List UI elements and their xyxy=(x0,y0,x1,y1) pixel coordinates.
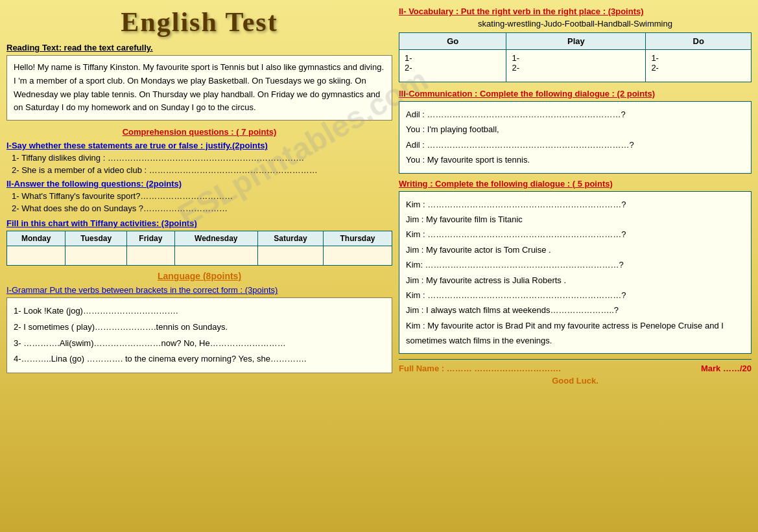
grammar-line-2: 2- I sometimes ( play)………………….tennis on … xyxy=(14,319,385,336)
vocab-header-do: Do xyxy=(646,33,752,50)
reading-box: Hello! My name is Tiffany Kinston. My fa… xyxy=(6,55,392,121)
grammar-box: 1- Look !Kate (jog)……………………………. 2- I som… xyxy=(6,297,392,373)
footer-row: Full Name : ……… …………………………. Mark ……/20 xyxy=(399,364,752,373)
comm-box: Adil : ……………………………………………………………? You : I'… xyxy=(399,101,752,174)
writing-line-4: Jim : My favourite actor is Tom Cruise . xyxy=(406,242,744,257)
vocab-header-play: Play xyxy=(506,33,646,50)
title-area: English Test xyxy=(6,6,392,38)
writing-line-2: Jim : My favourite film is Titanic xyxy=(406,212,744,227)
comm-line-3: Adil : ………………………………………………………………? xyxy=(406,137,744,152)
reading-text: Hello! My name is Tiffany Kinston. My fa… xyxy=(14,62,384,112)
writing-line-3: Kim : ……………………………………………………………? xyxy=(406,227,744,242)
reading-instruction: Reading Text: read the text carefully. xyxy=(6,43,392,52)
footer-name: Full Name : ……… …………………………. xyxy=(399,364,561,373)
chart-header-wednesday: Wednesday xyxy=(174,231,257,246)
chart-header-thursday: Thursday xyxy=(324,231,392,246)
vocab-cell-go-1: 1- 2- xyxy=(399,50,506,82)
chart-header-friday: Friday xyxy=(127,231,175,246)
chart-title: Fill in this chart with Tiffany activiti… xyxy=(6,218,392,228)
tf-title: I-Say whether these statements are true … xyxy=(6,141,392,150)
comm-line-2: You : I'm playing football, xyxy=(406,122,744,137)
chart-cell xyxy=(257,246,323,266)
vocab-cell-do-1: 1- 2- xyxy=(646,50,752,82)
tf-q1: 1- Tiffany dislikes diving : ……………………………… xyxy=(12,153,392,163)
chart-cell xyxy=(324,246,392,266)
vocab-header-go: Go xyxy=(399,33,506,50)
chart-header-monday: Monday xyxy=(7,231,65,246)
grammar-title: I-Grammar Put the verbs between brackets… xyxy=(6,285,392,295)
chart-cell xyxy=(65,246,127,266)
comm-title: III-Communication : Complete the followi… xyxy=(399,89,752,98)
right-column: II- Vocabulary : Put the right verb in t… xyxy=(399,6,752,526)
writing-line-9: Kim : My favourite actor is Brad Pit and… xyxy=(406,318,744,349)
vocab-words: skating-wrestling-Judo-Football-Handball… xyxy=(399,19,752,29)
writing-line-1: Kim : ……………………………………………………………? xyxy=(406,197,744,212)
good-luck: Good Luck. xyxy=(399,376,752,386)
chart-header-tuesday: Tuesday xyxy=(65,231,127,246)
chart-cell xyxy=(174,246,257,266)
chart-cell xyxy=(7,246,65,266)
writing-box: Kim : ……………………………………………………………? Jim : My … xyxy=(399,191,752,354)
writing-line-8: Jim : I always watch films at weekends……… xyxy=(406,303,744,318)
vocab-title: II- Vocabulary : Put the right verb in t… xyxy=(399,6,752,16)
writing-line-5: Kim: ……………………………………………………………? xyxy=(406,257,744,272)
answer-title: II-Answer the following questions: (2poi… xyxy=(6,179,392,189)
grammar-line-3: 3- ………….Ali(swim)……………………now? No, He…………… xyxy=(14,336,385,352)
vocab-cell-play-1: 1- 2- xyxy=(506,50,646,82)
writing-title: Writing : Complete the following dialogu… xyxy=(399,179,752,189)
page-title: English Test xyxy=(121,7,278,37)
activities-chart: Monday Tuesday Friday Wednesday Saturday… xyxy=(6,231,392,266)
comprehension-title: Comprehension questions : ( 7 points) xyxy=(6,127,392,137)
writing-line-6: Jim : My favourite actress is Julia Robe… xyxy=(406,273,744,288)
grammar-line-4: 4-………..Lina (go) …………. to the cinema eve… xyxy=(14,351,385,367)
aq1: 1- What's Tiffany's favourite sport?…………… xyxy=(12,191,392,201)
left-column: English Test Reading Text: read the text… xyxy=(6,6,392,526)
grammar-line-1: 1- Look !Kate (jog)……………………………. xyxy=(14,303,385,319)
vocab-table: Go Play Do 1- 2- 1- 2- 1- 2- xyxy=(399,32,752,82)
comm-line-4: You : My favourite sport is tennis. xyxy=(406,152,744,167)
language-title: Language (8points) xyxy=(6,271,392,281)
footer: Full Name : ……… …………………………. Mark ……/20 G… xyxy=(399,359,752,386)
footer-mark: Mark ……/20 xyxy=(701,364,752,373)
aq2: 2- What does she do on Sundays ?……………………… xyxy=(12,203,392,213)
tf-q2: 2- She is a member of a video club : ………… xyxy=(12,165,392,175)
writing-line-7: Kim : ……………………………………………………………? xyxy=(406,288,744,303)
comm-line-1: Adil : ……………………………………………………………? xyxy=(406,107,744,122)
chart-header-saturday: Saturday xyxy=(257,231,323,246)
chart-cell xyxy=(127,246,175,266)
